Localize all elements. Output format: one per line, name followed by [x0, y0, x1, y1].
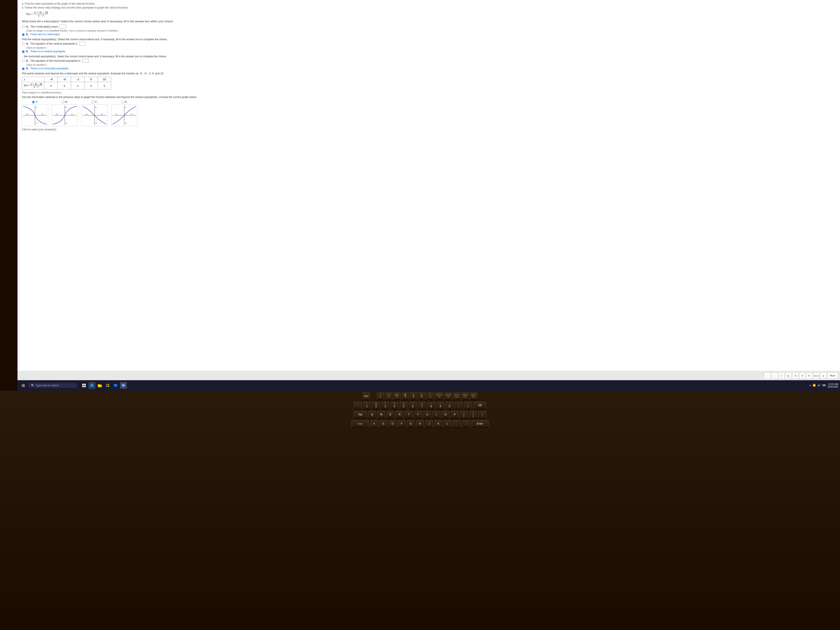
key-2[interactable]: @2	[372, 402, 380, 409]
q1-option-b[interactable]: B. There are no x-intercepts.	[22, 33, 835, 36]
key-equals[interactable]: +=	[464, 402, 472, 409]
key-semicolon[interactable]: :;	[453, 420, 461, 428]
graph-radio-d[interactable]	[121, 101, 124, 103]
key-9[interactable]: (9	[436, 402, 444, 409]
math-btn-double-colon[interactable]: ::	[771, 373, 777, 379]
key-q[interactable]: Q	[368, 411, 376, 419]
math-btn-sqrt2[interactable]: √i	[799, 373, 805, 379]
key-g[interactable]: G	[407, 420, 415, 428]
key-f3[interactable]: ▶||F3	[393, 392, 401, 400]
key-tilde[interactable]: ~`	[354, 402, 362, 409]
math-btn-sqrt[interactable]: √i	[792, 373, 799, 379]
graph-option-d[interactable]: D. 50 -50 50 -50	[111, 100, 137, 126]
graph-radio-c[interactable]	[92, 101, 94, 103]
key-i[interactable]: I	[433, 411, 441, 419]
key-esc[interactable]: Esc	[363, 392, 370, 400]
files-icon[interactable]	[96, 382, 103, 389]
q3-input-a[interactable]	[82, 59, 88, 63]
key-o[interactable]: O	[442, 411, 450, 419]
key-r[interactable]: R	[396, 411, 404, 419]
key-minus[interactable]: _-	[455, 402, 463, 409]
key-enter[interactable]: Enter	[471, 420, 489, 428]
key-f11[interactable]: PgUpF11	[461, 392, 469, 400]
q1-input-a[interactable]	[60, 25, 66, 28]
content-area[interactable]: a. Find the slant asymptote of the graph…	[17, 0, 840, 380]
math-btn-plus-minus[interactable]: ±	[820, 373, 826, 379]
fx-val-2[interactable]	[58, 82, 71, 90]
key-j[interactable]: J	[425, 420, 433, 428]
store-icon[interactable]	[104, 382, 111, 389]
math-btn-colon[interactable]: :	[764, 373, 771, 379]
key-8[interactable]: *8	[427, 402, 435, 409]
key-l[interactable]: L	[444, 420, 452, 428]
key-h[interactable]: H	[416, 420, 424, 428]
key-backslash[interactable]: |\	[478, 411, 486, 419]
key-f7[interactable]: ☀F7	[427, 392, 434, 400]
key-f2[interactable]: ☀☀F2	[385, 392, 392, 400]
key-4[interactable]: $4	[390, 402, 398, 409]
key-p[interactable]: P	[451, 411, 459, 419]
key-tab[interactable]: Tab	[354, 411, 367, 419]
key-y[interactable]: Y	[414, 411, 422, 419]
q2-option-b[interactable]: B. There is no vertical asymptote.	[22, 50, 835, 53]
graph-radio-a[interactable]	[32, 101, 35, 103]
key-backspace[interactable]: ⌫	[473, 402, 486, 409]
math-btn-uu[interactable]: (u,u)	[813, 373, 819, 379]
math-btn-abs[interactable]: ||	[785, 373, 791, 379]
key-s[interactable]: S	[379, 420, 387, 428]
key-5[interactable]: %5	[399, 402, 407, 409]
key-t[interactable]: T	[405, 411, 413, 419]
fx-val-1[interactable]	[44, 82, 58, 90]
key-u[interactable]: U	[423, 411, 431, 419]
key-f9[interactable]: HomeF9	[445, 392, 452, 400]
key-quote[interactable]: "'	[462, 420, 470, 428]
q3-option-b[interactable]: B. There is no horizontal asymptote.	[22, 67, 835, 70]
q3-radio-b[interactable]	[22, 67, 25, 70]
graph-radio-b[interactable]	[62, 101, 65, 103]
key-f10[interactable]: EndF10	[453, 392, 460, 400]
key-f6[interactable]: 🔉F6	[418, 392, 425, 400]
fx-val-3[interactable]	[71, 82, 84, 90]
key-6[interactable]: ^6	[409, 402, 417, 409]
q1-option-a[interactable]: A. The x-intercept(s) is/are	[22, 25, 835, 28]
q2-radio-b[interactable]	[22, 50, 25, 53]
math-btn-equiv[interactable]: ≡.	[806, 373, 812, 379]
q1-radio-a[interactable]	[22, 25, 25, 28]
key-1[interactable]: !1	[363, 402, 371, 409]
key-caps[interactable]: Caps	[351, 420, 369, 428]
key-d[interactable]: D	[388, 420, 396, 428]
key-f4[interactable]: 🔇F4	[402, 392, 409, 400]
start-button[interactable]: ⊞	[19, 382, 27, 389]
math-btn-prime[interactable]: □'	[778, 373, 785, 379]
taskview-icon[interactable]	[81, 382, 87, 389]
key-0[interactable]: )0	[445, 402, 453, 409]
more-button[interactable]: More	[827, 373, 838, 379]
mail-icon[interactable]	[112, 382, 119, 389]
q1-radio-b[interactable]	[22, 33, 25, 36]
word-icon[interactable]: W	[120, 382, 127, 389]
q2-option-a[interactable]: A. The equation of the vertical asymptot…	[22, 42, 835, 46]
key-f5[interactable]: 🔈F5	[410, 392, 417, 400]
tray-arrow[interactable]: ∧	[809, 384, 811, 387]
key-k[interactable]: K	[434, 420, 442, 428]
fx-val-4[interactable]	[84, 82, 98, 90]
key-f[interactable]: F	[398, 420, 406, 428]
key-bracket-open[interactable]: {[	[460, 411, 468, 419]
key-f1[interactable]: ☀F1	[377, 392, 384, 400]
key-f12[interactable]: PgDnF12	[470, 392, 477, 400]
key-7[interactable]: &7	[418, 402, 426, 409]
key-w[interactable]: W	[377, 411, 385, 419]
graph-option-c[interactable]: C. 50 -50 50 -50	[81, 100, 107, 126]
key-a[interactable]: A	[370, 420, 378, 428]
key-e[interactable]: E	[387, 411, 395, 419]
q3-option-a[interactable]: A. The equation of the horizontal asympt…	[22, 59, 835, 63]
taskbar-search-bar[interactable]: 🔍 Type here to search	[29, 383, 77, 388]
edge-icon[interactable]	[88, 382, 95, 389]
key-bracket-close[interactable]: }]	[469, 411, 477, 419]
key-3[interactable]: #3	[381, 402, 389, 409]
graph-option-a[interactable]: A. 50 -50 50 -50	[22, 100, 48, 126]
q2-radio-a[interactable]	[22, 42, 25, 45]
graph-option-b[interactable]: B. 50 -50 50 -50	[52, 100, 78, 126]
q3-radio-a[interactable]	[22, 59, 25, 62]
key-f8[interactable]: PrtScnF8	[435, 392, 443, 400]
